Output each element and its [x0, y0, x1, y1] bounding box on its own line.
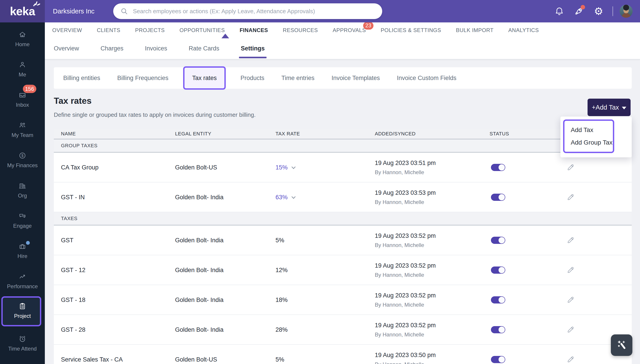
- tab-finances[interactable]: FINANCES: [240, 27, 268, 34]
- menu-item-add-tax[interactable]: Add Tax: [571, 126, 613, 134]
- tax-rates-table: NAME LEGAL ENTITY TAX RATE ADDED/SYNCED …: [54, 129, 632, 364]
- col-added-synced: ADDED/SYNCED: [375, 131, 416, 137]
- status-toggle[interactable]: [491, 356, 505, 363]
- tab-resources[interactable]: RESOURCES: [283, 27, 318, 34]
- col-status: STATUS: [490, 131, 509, 137]
- tab-projects[interactable]: PROJECTS: [135, 27, 165, 34]
- keka-logo-text: keka: [10, 4, 35, 18]
- add-tax-button[interactable]: +Add Tax: [588, 98, 630, 116]
- edit-pencil-icon[interactable]: [567, 193, 575, 201]
- logo-spark-icon: [32, 1, 41, 8]
- tax-name: GST: [61, 237, 74, 244]
- table-header-row: NAME LEGAL ENTITY TAX RATE ADDED/SYNCED …: [54, 129, 632, 140]
- tab-products[interactable]: Products: [240, 75, 264, 82]
- tax-name: GST - 12: [61, 266, 86, 274]
- hire-notification-dot: [26, 241, 30, 245]
- added-synced: 19 Aug 2023 03:52 pm By Hannon, Michelle: [375, 232, 436, 248]
- home-icon: [18, 30, 26, 38]
- subtab-invoices[interactable]: Invoices: [145, 38, 167, 59]
- legal-entity: Golden Bolt- India: [175, 326, 224, 333]
- tab-billing-frequencies[interactable]: Billing Frequencies: [117, 75, 168, 82]
- clipboard-icon: [18, 302, 26, 310]
- tab-invoice-templates[interactable]: Invoice Templates: [332, 75, 380, 82]
- tab-analytics[interactable]: ANALYTICS: [508, 27, 539, 34]
- col-tax-rate: TAX RATE: [276, 131, 300, 137]
- engage-chat-icon: [18, 212, 26, 220]
- tab-billing-entities[interactable]: Billing entities: [63, 75, 100, 82]
- edit-pencil-icon[interactable]: [567, 296, 575, 304]
- tab-approvals[interactable]: APPROVALS 23: [333, 27, 366, 34]
- legal-entity: Golden Bolt- India: [175, 266, 224, 274]
- company-name: Darksiders Inc: [53, 0, 94, 22]
- sidebar-item-my-team[interactable]: My Team: [0, 120, 45, 146]
- status-toggle[interactable]: [491, 164, 505, 171]
- trend-line-icon: [18, 272, 26, 280]
- page-title: Tax rates: [54, 96, 92, 106]
- inbox-count-badge: 156: [23, 85, 36, 93]
- added-synced: 19 Aug 2023 03:51 pm By Hannon, Michelle: [375, 159, 436, 175]
- search-input[interactable]: [133, 8, 368, 15]
- sidebar-item-my-finances[interactable]: $ My Finances: [0, 150, 45, 176]
- tax-name: GST - IN: [61, 194, 85, 200]
- table-row: Service Sales Tax - CA Golden Bolt-US 5%…: [54, 345, 632, 364]
- tab-opportunities[interactable]: OPPORTUNITIES: [180, 27, 225, 34]
- sidebar-item-performance[interactable]: Performance: [0, 271, 45, 297]
- added-synced: 19 Aug 2023 03:53 pm By Hannon, Michelle: [375, 189, 436, 205]
- user-avatar[interactable]: [620, 5, 632, 18]
- status-toggle[interactable]: [491, 296, 505, 304]
- caret-down-icon: [622, 107, 626, 110]
- sidebar-item-org[interactable]: Org: [0, 180, 45, 206]
- edit-pencil-icon[interactable]: [567, 326, 575, 334]
- subtab-settings[interactable]: Settings: [241, 38, 265, 59]
- search-bar[interactable]: [113, 3, 382, 19]
- whats-new-rocket-icon[interactable]: [574, 6, 584, 16]
- tab-tax-rates[interactable]: Tax rates: [183, 66, 226, 90]
- magic-wand-fab[interactable]: [611, 334, 632, 356]
- notifications-bell-icon[interactable]: [554, 6, 565, 16]
- add-tax-dropdown: Add Tax Add Group Tax: [560, 116, 632, 157]
- tax-rate-expander[interactable]: 63%: [276, 194, 295, 200]
- edit-pencil-icon[interactable]: [567, 236, 575, 244]
- sidebar-item-home[interactable]: Home: [0, 29, 45, 55]
- rocket-notification-dot: [580, 5, 585, 10]
- alarm-clock-icon: [18, 335, 26, 343]
- tab-invoice-custom-fields[interactable]: Invoice Custom Fields: [397, 75, 457, 82]
- sidebar-item-me[interactable]: Me: [0, 60, 45, 85]
- sidebar-item-engage[interactable]: Engage: [0, 211, 45, 236]
- edit-pencil-icon[interactable]: [567, 356, 575, 364]
- tax-rate: 18%: [276, 296, 288, 303]
- status-toggle[interactable]: [491, 194, 505, 201]
- tax-name: GST - 28: [61, 326, 86, 333]
- dropdown-highlight-box: Add Tax Add Group Tax: [563, 120, 614, 153]
- tax-rate-expander[interactable]: 15%: [276, 164, 295, 171]
- tax-name: GST - 18: [61, 296, 86, 303]
- sidebar-item-hire[interactable]: Hire: [0, 241, 45, 267]
- legal-entity: Golden Bolt- India: [175, 194, 224, 200]
- sidebar-item-time-attend[interactable]: Time Attend: [0, 334, 45, 359]
- edit-pencil-icon[interactable]: [567, 164, 575, 172]
- tax-rate: 5%: [276, 356, 284, 363]
- col-name: NAME: [61, 131, 76, 137]
- sidebar-item-project[interactable]: Project: [0, 301, 45, 326]
- keka-logo[interactable]: keka: [0, 0, 45, 22]
- edit-pencil-icon[interactable]: [567, 266, 575, 274]
- tax-rate: 28%: [276, 326, 288, 333]
- tab-policies-settings[interactable]: POLICIES & SETTINGS: [381, 27, 441, 34]
- tab-overview[interactable]: OVERVIEW: [52, 27, 82, 34]
- table-row: GST - IN Golden Bolt- India 63% 19 Aug 2…: [54, 182, 632, 212]
- status-toggle[interactable]: [491, 237, 505, 244]
- subtab-charges[interactable]: Charges: [101, 38, 124, 59]
- subtab-overview[interactable]: Overview: [54, 38, 79, 59]
- menu-item-add-group-tax[interactable]: Add Group Tax: [571, 139, 613, 146]
- table-row: CA Tax Group Golden Bolt-US 15% 19 Aug 2…: [54, 153, 632, 182]
- sidebar-item-inbox[interactable]: 156 Inbox: [0, 90, 45, 116]
- status-toggle[interactable]: [491, 266, 505, 274]
- tab-bulk-import[interactable]: BULK IMPORT: [456, 27, 494, 34]
- settings-gear-icon[interactable]: ⚙: [593, 6, 604, 16]
- tab-clients[interactable]: CLIENTS: [97, 27, 120, 34]
- status-toggle[interactable]: [491, 326, 505, 333]
- subtab-rate-cards[interactable]: Rate Cards: [189, 38, 220, 59]
- topbar-divider: [612, 6, 613, 16]
- legal-entity: Golden Bolt-US: [175, 164, 217, 171]
- tab-time-entries[interactable]: Time entries: [281, 75, 314, 82]
